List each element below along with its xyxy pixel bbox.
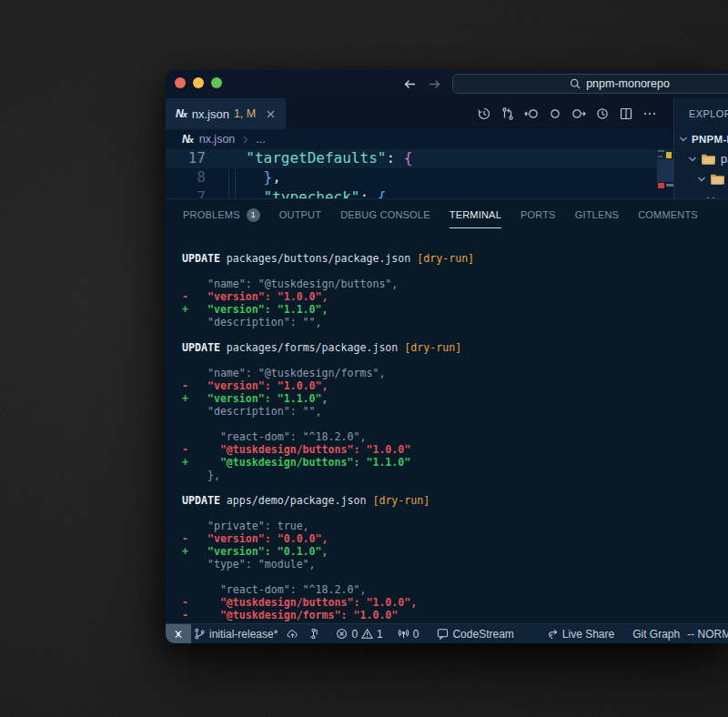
problems-count-badge: 1 — [247, 208, 260, 222]
tab-nx-json[interactable]: Nx nx.json 1, M — [166, 98, 286, 129]
editor-line[interactable]: 8 }, — [166, 167, 673, 187]
code-text: "targetDefaults": { — [228, 149, 412, 168]
timeline-history-icon[interactable] — [477, 106, 491, 121]
command-center-search[interactable]: pnpm-monorepo — [452, 74, 728, 94]
status-label: 0 — [413, 628, 420, 641]
status-label: 0 — [351, 628, 358, 641]
status-label: CodeStream — [452, 628, 513, 641]
line-number: 8 — [166, 167, 206, 187]
tab-label: nx.json — [192, 107, 229, 121]
current-change-icon[interactable] — [548, 106, 562, 121]
previous-change-icon[interactable] — [524, 106, 539, 121]
next-change-icon[interactable] — [571, 106, 586, 121]
status-label: Git Graph — [632, 628, 680, 641]
timeline-clock-icon[interactable] — [595, 106, 610, 121]
panel-tab-comments[interactable]: COMMENTS — [638, 199, 698, 230]
breadcrumb[interactable]: Nx nx.json ... — [166, 129, 673, 149]
close-traffic-button[interactable] — [175, 77, 186, 88]
status-git-graph[interactable]: Git Graph — [632, 628, 680, 641]
vscode-window: pnpm-monorepo Nx nx.json 1, M — [166, 70, 728, 643]
panel-tab-label: PORTS — [521, 199, 556, 230]
codestream-icon — [437, 628, 449, 640]
minimap-viewport[interactable] — [657, 159, 673, 182]
panel-tab-label: GITLENS — [575, 199, 619, 230]
code-text: "typecheck": { — [228, 187, 386, 199]
status-1[interactable]: 1 — [361, 628, 383, 641]
status-live-share[interactable]: Live Share — [547, 628, 614, 641]
explorer-item-pnpm-monorepo[interactable]: PNPM-MONOREPO — [674, 129, 728, 149]
terminal-line: - "@tuskdesign/buttons": "1.0.0" — [182, 443, 728, 456]
split-editor-icon[interactable] — [619, 106, 633, 121]
minimap[interactable] — [657, 149, 673, 198]
live-share-icon — [547, 628, 559, 640]
explorer-header: EXPLORER — [674, 98, 728, 129]
explorer-item[interactable] — [674, 169, 728, 189]
cloud-upload-icon — [287, 628, 298, 640]
terminal-output[interactable]: UPDATE packages/buttons/package.json [dr… — [182, 252, 728, 621]
editor-line[interactable]: 17 "targetDefaults": { — [166, 149, 673, 168]
panel-tab-label: DEBUG CONSOLE — [340, 199, 430, 230]
back-arrow-icon[interactable] — [403, 77, 417, 91]
code-text: }, — [228, 167, 281, 187]
status-label: initial-release* — [209, 628, 278, 641]
panel-tab-gitlens[interactable]: GITLENS — [575, 199, 619, 230]
terminal-line: UPDATE apps/demo/package.json [dry-run] — [182, 494, 728, 507]
editor-actions — [477, 98, 657, 129]
terminal-line: "name": "@tuskdesign/forms", — [182, 367, 728, 379]
terminal-line: + "version": "1.1.0", — [182, 392, 728, 405]
breadcrumb-more[interactable]: ... — [256, 133, 265, 146]
chevron-down-icon — [696, 174, 707, 185]
warning-triangle-icon — [361, 628, 373, 640]
editor-line[interactable]: 7 "typecheck": { — [166, 187, 673, 199]
terminal-line — [182, 481, 728, 494]
minimize-traffic-button[interactable] — [193, 77, 204, 88]
explorer-item-packages[interactable]: packages — [674, 149, 728, 169]
status-bar: initial-release*010CodeStreamLive ShareG… — [166, 623, 728, 643]
explorer-sidebar: EXPLORER PNPM-MONOREPOpackages — [673, 98, 728, 198]
status-initial-release-[interactable]: initial-release* — [194, 628, 278, 641]
titlebar: pnpm-monorepo — [166, 70, 728, 98]
commit-graph-icon — [308, 628, 319, 640]
chevron-down-icon — [678, 134, 689, 145]
terminal-line — [182, 328, 728, 341]
terminal-line: + "version": "1.1.0", — [182, 303, 728, 316]
status-0[interactable]: 0 — [398, 628, 420, 641]
pull-request-icon[interactable] — [500, 106, 515, 121]
terminal-line: "description": "", — [182, 316, 728, 328]
explorer-item-label: PNPM-MONOREPO — [692, 134, 728, 145]
chevron-down-icon — [687, 154, 698, 165]
status-codestream[interactable]: CodeStream — [437, 628, 513, 641]
broadcast-icon — [398, 628, 410, 640]
indent-guide — [228, 168, 229, 198]
terminal-line: UPDATE packages/forms/package.json [dry-… — [182, 341, 728, 354]
status-remote[interactable] — [166, 624, 191, 644]
panel-tab-ports[interactable]: PORTS — [521, 199, 556, 230]
terminal-line: + "version": "0.1.0", — [182, 545, 728, 558]
status-0[interactable]: 0 — [336, 628, 358, 641]
breadcrumb-file[interactable]: nx.json — [199, 133, 236, 146]
zoom-traffic-button[interactable] — [211, 77, 222, 88]
status--norm[interactable]: -- NORM — [687, 628, 728, 641]
terminal-line: "react-dom": "^18.2.0", — [182, 430, 728, 443]
close-tab-icon[interactable] — [265, 108, 277, 120]
status-label: 1 — [377, 628, 383, 641]
more-actions-icon[interactable] — [642, 106, 657, 121]
status-label: -- NORM — [687, 628, 728, 641]
panel-tab-output[interactable]: OUTPUT — [279, 199, 321, 230]
nx-file-icon: Nx — [176, 107, 187, 120]
status-cloud-upload[interactable] — [287, 628, 298, 640]
traffic-lights — [175, 77, 222, 88]
indent-guide — [235, 168, 236, 198]
forward-arrow-icon[interactable] — [428, 77, 441, 91]
terminal-line: "type": "module", — [182, 558, 728, 571]
search-value: pnpm-monorepo — [586, 77, 670, 90]
panel-tab-terminal[interactable]: TERMINAL — [450, 199, 501, 230]
explorer-item[interactable] — [674, 189, 728, 198]
editor[interactable]: 17 "targetDefaults": {8 },7 "typecheck":… — [166, 149, 673, 198]
terminal-line: + "@tuskdesign/buttons": "1.1.0" — [182, 456, 728, 469]
panel-tab-debug-console[interactable]: DEBUG CONSOLE — [340, 199, 430, 230]
panel-tab-problems[interactable]: PROBLEMS1 — [183, 199, 260, 230]
status-commit-graph[interactable] — [308, 628, 319, 640]
explorer-item-label: packages — [721, 153, 728, 166]
terminal-line: - "version": "0.0.0", — [182, 532, 728, 545]
